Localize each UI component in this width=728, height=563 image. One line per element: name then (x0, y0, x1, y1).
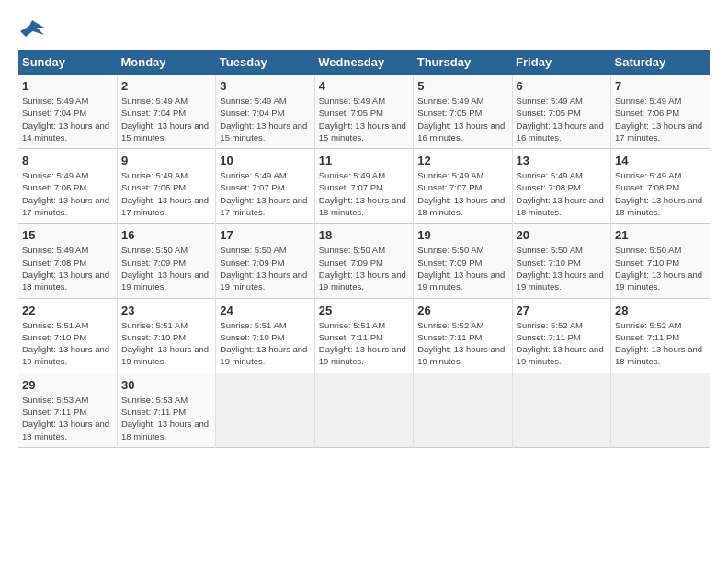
day-number: 26 (417, 304, 507, 317)
day-number: 30 (121, 378, 211, 392)
day-number: 17 (220, 228, 310, 242)
day-cell-30: 30Sunrise: 5:53 AMSunset: 7:11 PMDayligh… (117, 373, 215, 447)
day-info: Sunrise: 5:49 AMSunset: 7:06 PMDaylight:… (121, 170, 209, 217)
day-number: 20 (517, 228, 607, 242)
day-cell-2: 2Sunrise: 5:49 AMSunset: 7:04 PMDaylight… (117, 75, 215, 149)
day-info: Sunrise: 5:50 AMSunset: 7:09 PMDaylight:… (121, 245, 209, 292)
day-info: Sunrise: 5:49 AMSunset: 7:04 PMDaylight:… (220, 96, 307, 143)
svg-marker-0 (20, 20, 44, 37)
day-info: Sunrise: 5:49 AMSunset: 7:07 PMDaylight:… (319, 170, 406, 217)
day-info: Sunrise: 5:51 AMSunset: 7:11 PMDaylight:… (319, 320, 406, 367)
day-number: 21 (615, 228, 706, 242)
day-number: 15 (22, 228, 113, 242)
day-number: 29 (22, 378, 113, 392)
day-info: Sunrise: 5:49 AMSunset: 7:05 PMDaylight:… (319, 96, 406, 143)
day-number: 22 (22, 304, 113, 317)
day-number: 2 (121, 79, 211, 93)
day-info: Sunrise: 5:50 AMSunset: 7:09 PMDaylight:… (319, 245, 406, 292)
day-number: 12 (417, 154, 507, 167)
day-cell-18: 18Sunrise: 5:50 AMSunset: 7:09 PMDayligh… (314, 224, 413, 298)
empty-cell (414, 373, 512, 447)
day-info: Sunrise: 5:49 AMSunset: 7:08 PMDaylight:… (615, 170, 702, 217)
day-info: Sunrise: 5:50 AMSunset: 7:09 PMDaylight:… (220, 245, 307, 292)
day-number: 24 (220, 304, 310, 317)
day-number: 7 (615, 79, 706, 93)
day-number: 5 (417, 79, 507, 93)
day-number: 13 (517, 154, 607, 167)
day-info: Sunrise: 5:49 AMSunset: 7:05 PMDaylight:… (417, 96, 505, 143)
day-cell-23: 23Sunrise: 5:51 AMSunset: 7:10 PMDayligh… (117, 298, 215, 373)
week-row-4: 22Sunrise: 5:51 AMSunset: 7:10 PMDayligh… (18, 298, 710, 373)
day-cell-8: 8Sunrise: 5:49 AMSunset: 7:06 PMDaylight… (18, 149, 117, 224)
day-info: Sunrise: 5:50 AMSunset: 7:10 PMDaylight:… (615, 245, 702, 292)
day-number: 16 (121, 228, 211, 242)
day-number: 9 (121, 154, 211, 167)
day-info: Sunrise: 5:52 AMSunset: 7:11 PMDaylight:… (417, 320, 505, 367)
calendar-table: SundayMondayTuesdayWednesdayThursdayFrid… (18, 50, 710, 448)
week-row-2: 8Sunrise: 5:49 AMSunset: 7:06 PMDaylight… (18, 149, 710, 224)
day-cell-5: 5Sunrise: 5:49 AMSunset: 7:05 PMDaylight… (414, 75, 512, 149)
day-info: Sunrise: 5:51 AMSunset: 7:10 PMDaylight:… (22, 320, 109, 367)
day-number: 28 (615, 304, 706, 317)
week-row-5: 29Sunrise: 5:53 AMSunset: 7:11 PMDayligh… (18, 373, 710, 447)
empty-cell (512, 373, 610, 447)
day-number: 4 (319, 79, 409, 93)
day-info: Sunrise: 5:49 AMSunset: 7:08 PMDaylight:… (22, 245, 109, 292)
day-number: 19 (417, 228, 507, 242)
day-info: Sunrise: 5:49 AMSunset: 7:06 PMDaylight:… (22, 170, 109, 217)
empty-cell (611, 373, 710, 447)
day-cell-24: 24Sunrise: 5:51 AMSunset: 7:10 PMDayligh… (216, 298, 314, 373)
day-number: 8 (22, 154, 113, 167)
logo-icon (18, 18, 46, 40)
day-info: Sunrise: 5:52 AMSunset: 7:11 PMDaylight:… (517, 320, 604, 367)
day-cell-27: 27Sunrise: 5:52 AMSunset: 7:11 PMDayligh… (512, 298, 610, 373)
header-day-friday: Friday (512, 50, 610, 75)
day-cell-19: 19Sunrise: 5:50 AMSunset: 7:09 PMDayligh… (414, 224, 512, 298)
header-day-thursday: Thursday (414, 50, 512, 75)
day-info: Sunrise: 5:49 AMSunset: 7:07 PMDaylight:… (417, 170, 505, 217)
day-cell-25: 25Sunrise: 5:51 AMSunset: 7:11 PMDayligh… (314, 298, 413, 373)
day-info: Sunrise: 5:50 AMSunset: 7:10 PMDaylight:… (517, 245, 604, 292)
day-info: Sunrise: 5:49 AMSunset: 7:06 PMDaylight:… (615, 96, 702, 143)
day-cell-29: 29Sunrise: 5:53 AMSunset: 7:11 PMDayligh… (18, 373, 117, 447)
day-info: Sunrise: 5:53 AMSunset: 7:11 PMDaylight:… (121, 395, 209, 442)
day-info: Sunrise: 5:51 AMSunset: 7:10 PMDaylight:… (220, 320, 307, 367)
day-cell-1: 1Sunrise: 5:49 AMSunset: 7:04 PMDaylight… (18, 75, 117, 149)
day-number: 14 (615, 154, 706, 167)
days-header-row: SundayMondayTuesdayWednesdayThursdayFrid… (18, 50, 710, 75)
day-cell-21: 21Sunrise: 5:50 AMSunset: 7:10 PMDayligh… (611, 224, 710, 298)
logo (18, 18, 50, 40)
week-row-3: 15Sunrise: 5:49 AMSunset: 7:08 PMDayligh… (18, 224, 710, 298)
day-number: 27 (517, 304, 607, 317)
day-info: Sunrise: 5:50 AMSunset: 7:09 PMDaylight:… (417, 245, 505, 292)
day-number: 1 (22, 79, 113, 93)
empty-cell (314, 373, 413, 447)
day-info: Sunrise: 5:49 AMSunset: 7:04 PMDaylight:… (121, 96, 209, 143)
day-info: Sunrise: 5:51 AMSunset: 7:10 PMDaylight:… (121, 320, 209, 367)
day-cell-13: 13Sunrise: 5:49 AMSunset: 7:08 PMDayligh… (512, 149, 610, 224)
day-cell-7: 7Sunrise: 5:49 AMSunset: 7:06 PMDaylight… (611, 75, 710, 149)
day-cell-22: 22Sunrise: 5:51 AMSunset: 7:10 PMDayligh… (18, 298, 117, 373)
day-info: Sunrise: 5:52 AMSunset: 7:11 PMDaylight:… (615, 320, 702, 367)
day-info: Sunrise: 5:49 AMSunset: 7:05 PMDaylight:… (517, 96, 604, 143)
day-cell-10: 10Sunrise: 5:49 AMSunset: 7:07 PMDayligh… (216, 149, 314, 224)
day-info: Sunrise: 5:49 AMSunset: 7:07 PMDaylight:… (220, 170, 307, 217)
day-number: 18 (319, 228, 409, 242)
day-cell-28: 28Sunrise: 5:52 AMSunset: 7:11 PMDayligh… (611, 298, 710, 373)
day-cell-14: 14Sunrise: 5:49 AMSunset: 7:08 PMDayligh… (611, 149, 710, 224)
day-info: Sunrise: 5:49 AMSunset: 7:04 PMDaylight:… (22, 96, 109, 143)
day-cell-15: 15Sunrise: 5:49 AMSunset: 7:08 PMDayligh… (18, 224, 117, 298)
day-cell-16: 16Sunrise: 5:50 AMSunset: 7:09 PMDayligh… (117, 224, 215, 298)
day-number: 23 (121, 304, 211, 317)
day-cell-11: 11Sunrise: 5:49 AMSunset: 7:07 PMDayligh… (314, 149, 413, 224)
day-cell-6: 6Sunrise: 5:49 AMSunset: 7:05 PMDaylight… (512, 75, 610, 149)
day-number: 11 (319, 154, 409, 167)
day-cell-12: 12Sunrise: 5:49 AMSunset: 7:07 PMDayligh… (414, 149, 512, 224)
day-number: 3 (220, 79, 310, 93)
day-cell-3: 3Sunrise: 5:49 AMSunset: 7:04 PMDaylight… (216, 75, 314, 149)
day-number: 25 (319, 304, 409, 317)
week-row-1: 1Sunrise: 5:49 AMSunset: 7:04 PMDaylight… (18, 75, 710, 149)
day-cell-26: 26Sunrise: 5:52 AMSunset: 7:11 PMDayligh… (414, 298, 512, 373)
header-day-wednesday: Wednesday (314, 50, 413, 75)
empty-cell (216, 373, 314, 447)
